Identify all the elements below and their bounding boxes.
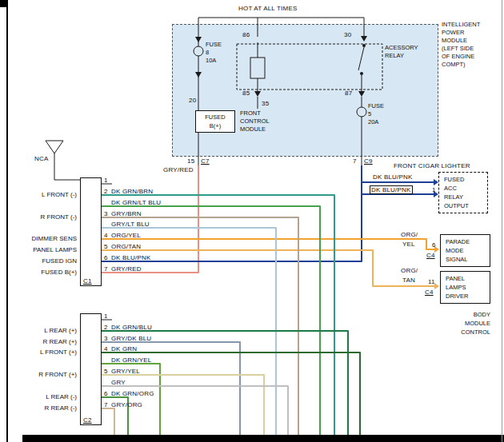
fcm-pin-20: 20 xyxy=(189,97,196,104)
fuse8-line: FUSE xyxy=(206,41,222,49)
acc-line: FUSED xyxy=(444,175,487,184)
c2-wire-5b: GRY xyxy=(111,379,126,386)
label-r-front-neg: R FRONT (-) xyxy=(22,213,77,221)
relay-line: RELAY xyxy=(385,52,418,60)
radio-connector-c1-box xyxy=(80,177,102,286)
connector-c7: C7 xyxy=(201,157,210,165)
label-fused-b: FUSED B(+) xyxy=(22,269,77,276)
label-panel-lamps: PANEL LAMPS xyxy=(22,246,77,253)
connector-c1-label: C1 xyxy=(83,277,92,285)
dk-blu-pnk-label-1: DK BLU/PNK xyxy=(373,173,413,181)
ipm-line: COMPT) xyxy=(442,61,480,69)
panel-line: LAMPS xyxy=(446,283,490,292)
label-dimmer-sens: DIMMER SENS xyxy=(22,235,77,242)
parade-line: PARADE xyxy=(446,237,490,246)
accessory-relay-box xyxy=(237,44,382,90)
fuse5-line: FUSE xyxy=(368,102,384,110)
fused-acc-relay-output-box: FUSED ACC RELAY OUTPUT xyxy=(438,172,488,213)
ipm-line: MODULE xyxy=(442,37,480,45)
c1-pin-2: 2 xyxy=(104,188,108,195)
c1-wire-6: DK BLU/PNK xyxy=(111,254,151,261)
c1-pin-4: 4 xyxy=(104,232,108,239)
acc-line: OUTPUT xyxy=(444,201,487,210)
wire-dk-grn-blu xyxy=(102,331,348,435)
c1-pin-6: 6 xyxy=(104,254,108,261)
intelligent-power-module-label: INTELLIGENT POWER MODULE (LEFT SIDE OF E… xyxy=(442,21,480,69)
gry-red-top-label: GRY/RED xyxy=(163,166,194,173)
wire-org-tan xyxy=(102,250,434,286)
c2-pin-3: 3 xyxy=(104,335,108,342)
c2-wire-6: DK GRN/ORG xyxy=(111,390,154,397)
relay-pin-87: 87 xyxy=(345,90,352,97)
c2-pin-4: 4 xyxy=(104,345,108,352)
power-module-internals xyxy=(194,18,382,165)
label-l-rear-pos: L REAR (+) xyxy=(22,327,77,334)
ipm-line: POWER xyxy=(442,29,480,37)
panel-line: DRIVER xyxy=(446,292,490,301)
c2-pin-1: 1 xyxy=(104,313,108,320)
panel-pin-11: 11 xyxy=(428,278,435,285)
ipm-line: INTELLIGENT xyxy=(442,21,480,29)
wiring-diagram: HOT AT ALL TIMES INTELLIGENT POWER MODUL… xyxy=(0,0,504,442)
hot-at-all-times-label: HOT AT ALL TIMES xyxy=(238,5,297,12)
acc-output-pin-1: 1 xyxy=(432,186,436,193)
c2-pin-7: 7 xyxy=(104,401,108,408)
relay-pin-30: 30 xyxy=(344,31,351,38)
label-r-rear-pos: R REAR (+) xyxy=(22,338,77,345)
panel-lamps-driver-box: PANEL LAMPS DRIVER xyxy=(440,271,490,304)
c7-pin-15: 15 xyxy=(187,157,194,165)
label-l-front-pos: L FRONT (+) xyxy=(22,348,77,356)
connector-c4-parade: C4 xyxy=(426,252,435,259)
fused-b-line: FUSED xyxy=(196,113,234,121)
fused-b-line: B(+) xyxy=(196,121,234,130)
connector-c4-panel: C4 xyxy=(425,289,434,296)
c2-wire-3: GRY/DK BLU xyxy=(111,335,151,342)
bottom-border-bar xyxy=(22,435,504,442)
fuse8-line: 10A xyxy=(206,57,222,65)
c2-wire-2: DK GRN/BLU xyxy=(111,324,152,331)
label-fused-ign: FUSED IGN xyxy=(22,257,77,265)
c1-wire-2: DK GRN/BRN xyxy=(111,188,153,195)
fuse5-line: 5 xyxy=(368,110,384,118)
c1-pin-1: 1 xyxy=(104,177,108,184)
c1-wire-3: GRY/BRN xyxy=(111,210,142,217)
c1-wire-2b: DK GRN/LT BLU xyxy=(111,199,161,206)
acc-line: RELAY xyxy=(444,193,487,201)
c1-pin-3: 3 xyxy=(104,210,108,217)
parade-pin-6: 6 xyxy=(432,241,436,249)
org-yel-label-2: YEL xyxy=(402,241,415,248)
c2-pin-5: 5 xyxy=(104,368,108,375)
c1-pin-5: 5 xyxy=(104,243,108,250)
parade-line: SIGNAL xyxy=(446,255,490,264)
c2-pin-2: 2 xyxy=(104,324,108,331)
fcm-line: CONTROL xyxy=(240,117,270,125)
org-tan-label-2: TAN xyxy=(402,277,415,284)
parade-line: MODE xyxy=(446,246,490,255)
relay-pin-86: 86 xyxy=(242,31,250,38)
body-module-control-label: BODY MODULE CONTROL xyxy=(445,310,490,336)
c2-wire-5: GRY/YEL xyxy=(111,368,140,375)
wire-dk-grn-brn xyxy=(102,195,334,435)
c9-pin-7: 7 xyxy=(353,157,357,165)
c1-pin-7: 7 xyxy=(104,265,108,273)
c2-wire-4b: DK GRN/YEL xyxy=(111,356,151,364)
fcm-line: MODULE xyxy=(240,125,270,133)
body-line: MODULE xyxy=(445,319,490,328)
connector-c9: C9 xyxy=(364,157,373,165)
ipm-line: OF ENGINE xyxy=(442,53,480,61)
c2-wire-4: DK GRN xyxy=(111,345,137,352)
ipm-line: (LEFT SIDE xyxy=(442,45,480,53)
fuse-8-label: FUSE 8 10A xyxy=(206,41,222,65)
connector-c2-label: C2 xyxy=(83,416,92,424)
front-cigar-lighter-label: FRONT CIGAR LIGHTER xyxy=(394,162,470,169)
c1-wire-3b: GRY/LT BLU xyxy=(111,221,150,228)
antenna-label: NCA xyxy=(34,155,49,162)
fuse5-line: 20A xyxy=(368,118,384,126)
right-border-line xyxy=(502,0,502,442)
c1-wire-5: ORG/TAN xyxy=(111,243,141,250)
fcm-pin-35: 35 xyxy=(262,100,269,107)
wire-org-yel xyxy=(102,239,434,249)
label-l-front-neg: L FRONT (-) xyxy=(22,191,77,198)
parade-mode-signal-box: PARADE MODE SIGNAL xyxy=(440,234,490,267)
body-line: CONTROL xyxy=(445,328,490,336)
